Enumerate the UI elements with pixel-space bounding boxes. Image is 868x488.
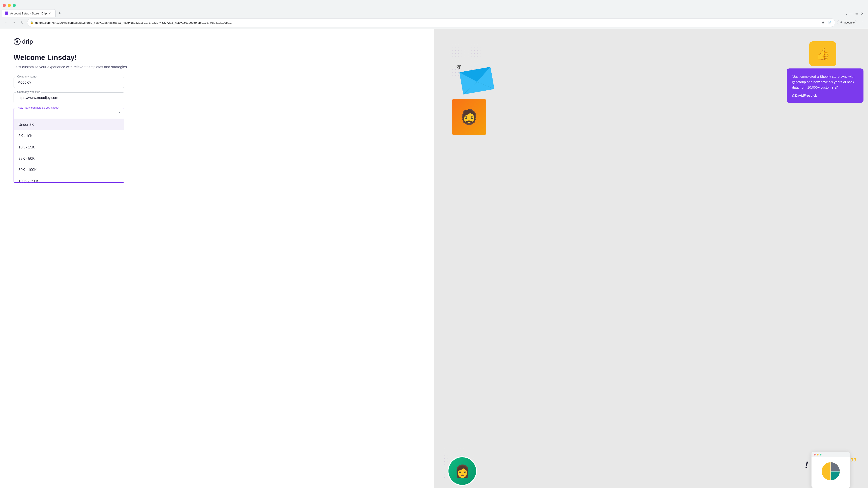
lock-icon: 🔒 bbox=[30, 21, 33, 24]
dropdown-item-1[interactable]: 5K - 10K bbox=[14, 130, 124, 142]
svg-point-8 bbox=[459, 68, 460, 69]
window-controls bbox=[3, 4, 16, 7]
dropdown-list: Under 5K5K - 10K10K - 25K25K - 50K50K - … bbox=[13, 119, 124, 183]
reload-button[interactable]: ↻ bbox=[19, 20, 25, 26]
photo-man: 🧔 bbox=[452, 99, 486, 135]
browser-chrome: D Account Setup - Store · Drip ✕ + ⌄ ― ▭… bbox=[0, 0, 868, 29]
incognito-badge: Incognito bbox=[837, 20, 857, 25]
tab-close-button[interactable]: ✕ bbox=[48, 11, 52, 15]
company-website-field: Company website* bbox=[13, 92, 421, 103]
pie-chart bbox=[819, 460, 842, 483]
contacts-field: How many contacts do you have?* ⌃ Under … bbox=[13, 108, 124, 183]
close-btn[interactable]: ✕ bbox=[860, 11, 864, 16]
dropdown-item-5[interactable]: 100K - 250K bbox=[14, 175, 124, 182]
contacts-input[interactable] bbox=[14, 108, 124, 119]
dot-red bbox=[814, 454, 815, 455]
drip-logo-icon bbox=[13, 38, 21, 45]
quote-text: “Just completed a Shopify store sync wit… bbox=[792, 74, 858, 90]
browser-menu-button[interactable]: ⋮ bbox=[859, 20, 865, 26]
company-website-label: Company website* bbox=[16, 90, 41, 94]
quote-author: @DavidFrosdick bbox=[792, 94, 858, 97]
browser-profile-button[interactable]: 📄 bbox=[827, 20, 832, 25]
photo-woman: 👩 bbox=[447, 456, 477, 486]
close-window-button[interactable] bbox=[3, 4, 6, 7]
minimize-btn[interactable]: ― bbox=[849, 11, 854, 16]
address-icons: ★ 📄 bbox=[820, 20, 832, 25]
svg-point-3 bbox=[15, 39, 17, 40]
drip-logo-text: drip bbox=[22, 38, 33, 45]
thumbs-up-bubble: 👍 bbox=[809, 41, 836, 66]
dropdown-list-inner[interactable]: Under 5K5K - 10K10K - 25K25K - 50K50K - … bbox=[14, 119, 124, 182]
bookmark-button[interactable]: ★ bbox=[820, 20, 826, 25]
email-envelope bbox=[461, 70, 491, 91]
drip-logo: drip bbox=[13, 38, 421, 45]
tab-favicon: D bbox=[5, 11, 8, 15]
forward-button[interactable]: → bbox=[11, 20, 17, 26]
woman-emoji: 👩 bbox=[455, 464, 470, 478]
dropdown-item-4[interactable]: 50K - 100K bbox=[14, 164, 124, 175]
welcome-subtitle: Let's customize your experience with rel… bbox=[13, 64, 421, 70]
right-panel-inner: 👍 bbox=[434, 29, 868, 488]
svg-point-2 bbox=[16, 40, 18, 43]
incognito-label: Incognito bbox=[844, 21, 855, 24]
title-bar bbox=[0, 0, 868, 9]
svg-point-0 bbox=[841, 22, 842, 23]
company-website-input[interactable] bbox=[13, 92, 124, 103]
page-layout: drip Welcome Linsday! Let's customize yo… bbox=[0, 29, 868, 488]
maximize-window-button[interactable] bbox=[13, 4, 16, 7]
chart-body bbox=[811, 457, 850, 485]
man-emoji: 🧔 bbox=[460, 109, 478, 126]
right-panel: 👍 bbox=[434, 29, 868, 488]
chart-title-bar bbox=[811, 452, 850, 457]
chart-window bbox=[811, 452, 850, 488]
exclaim-decoration: ! bbox=[805, 460, 808, 470]
tab-down-arrow[interactable]: ⌄ bbox=[845, 11, 848, 16]
quote-card: “Just completed a Shopify store sync wit… bbox=[786, 68, 864, 103]
restore-btn[interactable]: ▭ bbox=[855, 11, 859, 16]
back-button[interactable]: ← bbox=[3, 20, 9, 26]
company-name-field: Company name* bbox=[13, 77, 421, 88]
address-bar[interactable]: 🔒 getdrip.com/7641396/welcome/setup/stor… bbox=[27, 18, 835, 27]
active-tab[interactable]: D Account Setup - Store · Drip ✕ bbox=[2, 9, 56, 17]
company-name-label: Company name* bbox=[16, 75, 38, 78]
url-text: getdrip.com/7641396/welcome/setup/store?… bbox=[35, 21, 819, 24]
new-tab-button[interactable]: + bbox=[57, 10, 63, 17]
address-bar-row: ← → ↻ 🔒 getdrip.com/7641396/welcome/setu… bbox=[0, 17, 868, 29]
contacts-label: How many contacts do you have?* bbox=[17, 106, 60, 109]
welcome-heading: Welcome Linsday! bbox=[13, 53, 421, 62]
left-panel: drip Welcome Linsday! Let's customize yo… bbox=[0, 29, 434, 488]
tab-bar: D Account Setup - Store · Drip ✕ + ⌄ ― ▭… bbox=[0, 9, 868, 17]
tab-title: Account Setup - Store · Drip bbox=[10, 12, 47, 15]
dot-yellow bbox=[817, 454, 818, 455]
thumbs-up-emoji: 👍 bbox=[815, 47, 830, 61]
minimize-window-button[interactable] bbox=[8, 4, 11, 7]
dot-green bbox=[819, 454, 822, 455]
dropdown-item-0[interactable]: Under 5K bbox=[14, 119, 124, 130]
dropdown-item-2[interactable]: 10K - 25K bbox=[14, 142, 124, 153]
company-name-input[interactable] bbox=[13, 77, 124, 88]
contacts-input-wrapper: How many contacts do you have?* ⌃ bbox=[13, 108, 124, 119]
dropdown-item-3[interactable]: 25K - 50K bbox=[14, 153, 124, 164]
